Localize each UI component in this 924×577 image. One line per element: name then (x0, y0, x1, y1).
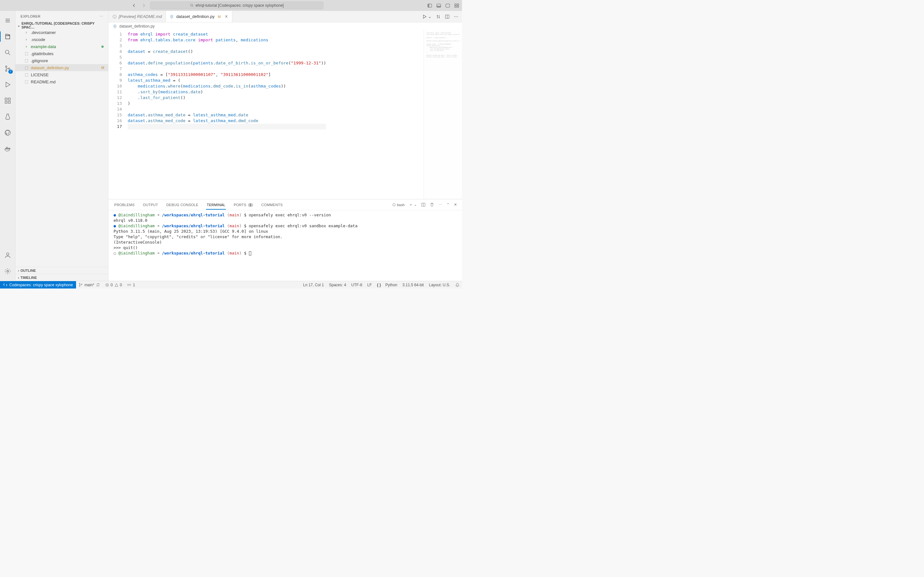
cursor-position[interactable]: Ln 17, Col 1 (300, 283, 326, 287)
file-tree: ›.devcontainer›.vscode›example-data⬚.git… (15, 29, 108, 267)
run-dropdown-icon[interactable]: ⌄ (428, 14, 431, 19)
file-.gitignore[interactable]: ⬚.gitignore (15, 57, 108, 64)
nav-forward-icon[interactable] (141, 2, 147, 9)
file-LICENSE[interactable]: ⬚LICENSE (15, 71, 108, 78)
tab-label: [Preview] README.md (119, 14, 162, 19)
tab-comments[interactable]: COMMENTS (261, 203, 284, 207)
panel-close-icon[interactable]: ✕ (454, 203, 457, 207)
file-label: README.md (31, 79, 55, 84)
ports-status[interactable]: 1 (124, 283, 137, 287)
modified-badge: M (218, 15, 221, 19)
tab-ports[interactable]: PORTS1 (233, 203, 254, 207)
file-label: .devcontainer (31, 30, 56, 35)
file-.gitattributes[interactable]: ⬚.gitattributes (15, 50, 108, 57)
docker-icon[interactable] (0, 142, 15, 156)
language-mode[interactable]: { } Python (375, 283, 400, 287)
python-interpreter[interactable]: 3.11.5 64-bit (400, 283, 426, 287)
panel-maximize-icon[interactable]: ⌃ (447, 203, 449, 207)
testing-icon[interactable] (0, 110, 15, 124)
layout-panel-icon[interactable] (436, 3, 441, 8)
tab-output[interactable]: OUTPUT (142, 203, 159, 207)
github-icon[interactable] (0, 126, 15, 140)
timeline-section[interactable]: ›TIMELINE (15, 274, 108, 281)
sync-icon[interactable] (96, 283, 100, 287)
extensions-icon[interactable] (0, 93, 15, 108)
file-.devcontainer[interactable]: ›.devcontainer (15, 29, 108, 36)
file-icon: ⬚ (24, 73, 29, 77)
run-button[interactable] (422, 15, 427, 19)
file-icon: ⬚ (24, 65, 29, 70)
svg-rect-6 (455, 3, 456, 5)
svg-point-24 (7, 270, 9, 272)
menu-icon[interactable] (0, 13, 15, 27)
svg-rect-7 (457, 3, 459, 5)
project-name: EHRQL-TUTORIAL [CODESPACES: CRISPY SPAC… (21, 21, 106, 29)
kill-terminal-icon[interactable] (430, 203, 434, 207)
modified-badge: M (102, 66, 104, 69)
tab-debug-console[interactable]: DEBUG CONSOLE (166, 203, 199, 207)
layout-sidebar-left-icon[interactable] (427, 3, 433, 8)
chevron-right-icon: › (24, 30, 29, 35)
close-tab-icon[interactable]: ✕ (225, 14, 228, 19)
terminal-dropdown-icon[interactable]: ⌄ (414, 203, 417, 207)
tab-terminal[interactable]: TERMINAL (206, 203, 226, 207)
panel-more-icon[interactable]: ⋯ (439, 203, 442, 207)
code-editor[interactable]: 1234567891011121314151617 from ehrql imp… (108, 30, 423, 199)
split-editor-icon[interactable] (445, 15, 449, 19)
file-icon: ⬚ (24, 58, 29, 63)
nav-back-icon[interactable] (131, 2, 137, 9)
new-terminal-icon[interactable]: ＋ (409, 202, 413, 207)
tab-label: dataset_definition.py (176, 14, 214, 19)
source-control-icon[interactable]: 7 (0, 61, 15, 76)
project-header[interactable]: ⌄ EHRQL-TUTORIAL [CODESPACES: CRISPY SPA… (15, 22, 108, 29)
explorer-more-icon[interactable]: ⋯ (99, 15, 103, 19)
keyboard-layout[interactable]: Layout: U.S. (426, 283, 453, 287)
file-dataset_definition.py[interactable]: ⬚dataset_definition.pyM (15, 64, 108, 71)
terminal-content[interactable]: ● @iaindillingham ➜ /workspaces/ehrql-tu… (108, 210, 462, 281)
layout-customize-icon[interactable] (454, 3, 459, 8)
tab-problems[interactable]: PROBLEMS (113, 203, 136, 207)
info-icon (112, 15, 117, 19)
file-.vscode[interactable]: ›.vscode (15, 36, 108, 43)
breadcrumb[interactable]: dataset_definition.py (108, 23, 462, 30)
accounts-icon[interactable] (0, 248, 15, 262)
eol[interactable]: LF (365, 283, 375, 287)
outline-section[interactable]: ›OUTLINE (15, 267, 108, 274)
more-actions-icon[interactable]: ⋯ (454, 14, 458, 19)
command-center[interactable]: ehrql-tutorial [Codespaces: crispy space… (150, 2, 323, 9)
search-icon[interactable] (0, 45, 15, 60)
terminal-profile[interactable]: bash (393, 203, 405, 207)
explorer-icon[interactable] (0, 29, 15, 44)
run-debug-icon[interactable] (0, 77, 15, 92)
svg-point-32 (129, 284, 129, 285)
svg-rect-9 (457, 6, 459, 7)
editor-tab[interactable]: [Preview] README.md (108, 11, 166, 22)
file-README.md[interactable]: ⬚README.md (15, 78, 108, 85)
svg-point-29 (79, 285, 80, 287)
file-icon: ⬚ (24, 79, 29, 84)
diff-icon[interactable] (436, 15, 441, 19)
svg-rect-16 (8, 101, 10, 103)
editor-area: [Preview] README.mddataset_definition.py… (108, 11, 462, 281)
editor-tab[interactable]: dataset_definition.pyM✕ (166, 11, 232, 22)
settings-gear-icon[interactable] (0, 264, 15, 278)
minimap[interactable]: from ehrql import create_dataset from eh… (423, 30, 462, 199)
remote-indicator[interactable]: Codespaces: crispy space xylophone (0, 281, 76, 288)
file-label: .gitignore (31, 58, 48, 63)
svg-point-28 (79, 283, 80, 284)
svg-point-10 (5, 50, 9, 54)
svg-rect-5 (446, 4, 449, 7)
split-terminal-icon[interactable] (421, 203, 425, 207)
modified-dot (102, 45, 103, 48)
svg-point-12 (5, 70, 7, 71)
layout-sidebar-right-icon[interactable] (445, 3, 451, 8)
notifications-icon[interactable] (453, 283, 462, 287)
git-branch[interactable]: main* (76, 283, 103, 287)
file-label: .vscode (31, 37, 45, 42)
svg-point-13 (8, 68, 10, 69)
indentation[interactable]: Spaces: 4 (326, 283, 349, 287)
svg-rect-2 (428, 4, 429, 7)
encoding[interactable]: UTF-8 (349, 283, 365, 287)
file-example-data[interactable]: ›example-data (15, 43, 108, 50)
problems-status[interactable]: 0 0 (103, 283, 124, 287)
